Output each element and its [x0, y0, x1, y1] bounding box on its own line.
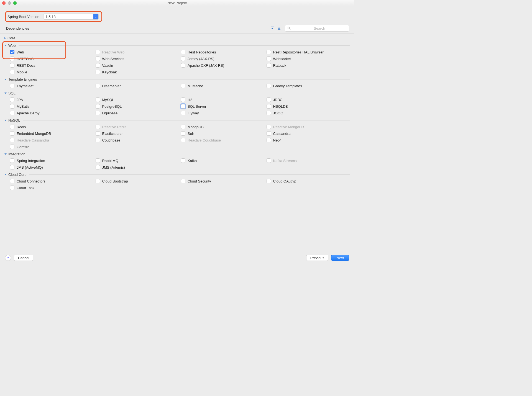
dependency-item-cloud-oauth2[interactable]: Cloud OAuth2: [267, 179, 350, 183]
dependency-item-rabbitmq[interactable]: RabbitMQ: [96, 158, 179, 163]
dependency-item-postgresql[interactable]: PostgreSQL: [96, 104, 179, 109]
checkbox-rest-repositories[interactable]: [181, 50, 185, 54]
checkbox-cloud-oauth2[interactable]: [267, 179, 271, 183]
dependency-item-freemarker[interactable]: Freemarker: [96, 84, 179, 88]
category-header-template-engines[interactable]: Template Engines: [4, 76, 350, 82]
dependency-item-gemfire[interactable]: Gemfire: [10, 145, 93, 149]
dependency-item-mustache[interactable]: Mustache: [181, 84, 264, 88]
dependency-item-mobile[interactable]: Mobile: [10, 70, 93, 74]
checkbox-mybatis[interactable]: [10, 104, 14, 109]
dependency-item-cassandra[interactable]: Cassandra: [267, 131, 350, 136]
checkbox-jersey-jax-rs[interactable]: [181, 56, 185, 61]
dependency-item-kafka[interactable]: Kafka: [181, 158, 264, 163]
dependency-item-jooq[interactable]: JOOQ: [267, 111, 350, 115]
dependency-item-vaadin[interactable]: Vaadin: [96, 63, 179, 68]
dependency-item-rest-repositories-hal-browser[interactable]: Rest Repositories HAL Browser: [267, 50, 350, 54]
checkbox-vaadin[interactable]: [96, 63, 100, 68]
category-header-core[interactable]: Core: [4, 35, 350, 41]
checkbox-jooq[interactable]: [267, 111, 271, 115]
dependency-item-mysql[interactable]: MySQL: [96, 97, 179, 102]
spring-boot-version-select[interactable]: 1.5.13: [43, 14, 99, 20]
dependency-item-embedded-mongodb[interactable]: Embedded MongoDB: [10, 131, 93, 136]
dependency-item-elasticsearch[interactable]: Elasticsearch: [96, 131, 179, 136]
previous-button[interactable]: Previous: [306, 255, 329, 261]
checkbox-keycloak[interactable]: [96, 70, 100, 74]
dependency-item-mongodb[interactable]: MongoDB: [181, 125, 264, 129]
checkbox-web-services[interactable]: [96, 56, 100, 61]
cancel-button[interactable]: Cancel: [14, 255, 33, 261]
dependency-item-keycloak[interactable]: Keycloak: [96, 70, 179, 74]
checkbox-apache-cxf-jax-rs[interactable]: [181, 63, 185, 68]
dependency-item-web[interactable]: Web: [10, 50, 93, 54]
checkbox-cloud-bootstrap[interactable]: [96, 179, 100, 183]
dependency-item-apache-derby[interactable]: Apache Derby: [10, 111, 93, 115]
checkbox-groovy-templates[interactable]: [267, 84, 271, 88]
checkbox-rest-repositories-hal-browser[interactable]: [267, 50, 271, 54]
category-header-cloud-core[interactable]: Cloud Core: [4, 172, 350, 178]
dependency-item-cloud-connectors[interactable]: Cloud Connectors: [10, 179, 93, 183]
dependency-item-cloud-security[interactable]: Cloud Security: [181, 179, 264, 183]
category-header-sql[interactable]: SQL: [4, 90, 350, 96]
checkbox-jpa[interactable]: [10, 97, 14, 102]
dependency-item-jdbc[interactable]: JDBC: [267, 97, 350, 102]
window-close-button[interactable]: [2, 1, 6, 5]
checkbox-ratpack[interactable]: [267, 63, 271, 68]
checkbox-mysql[interactable]: [96, 97, 100, 102]
dependency-item-neo4j[interactable]: Neo4j: [267, 138, 350, 142]
dependencies-scroll[interactable]: CoreWebWebReactive WebRest RepositoriesR…: [0, 33, 354, 251]
window-minimize-button[interactable]: [8, 1, 11, 5]
checkbox-redis[interactable]: [10, 125, 14, 129]
dependency-item-couchbase[interactable]: Couchbase: [96, 138, 179, 142]
checkbox-jms-activemq[interactable]: [10, 165, 14, 169]
dependency-item-liquibase[interactable]: Liquibase: [96, 111, 179, 115]
expand-all-button[interactable]: [270, 26, 275, 31]
dependency-item-rest-docs[interactable]: REST Docs: [10, 63, 93, 68]
category-header-web[interactable]: Web: [4, 43, 350, 48]
dependency-item-sql-server[interactable]: SQL Server: [181, 104, 264, 109]
dependency-item-hsqldb[interactable]: HSQLDB: [267, 104, 350, 109]
checkbox-cassandra[interactable]: [267, 131, 271, 136]
dependency-item-h2[interactable]: H2: [181, 97, 264, 102]
checkbox-cloud-security[interactable]: [181, 179, 185, 183]
category-header-nosql[interactable]: NoSQL: [4, 117, 350, 123]
checkbox-hateoas[interactable]: [10, 56, 14, 61]
checkbox-jdbc[interactable]: [267, 97, 271, 102]
dependency-item-hateoas[interactable]: HATEOAS: [10, 56, 93, 61]
checkbox-websocket[interactable]: [267, 56, 271, 61]
checkbox-elasticsearch[interactable]: [96, 131, 100, 136]
dependency-item-jersey-jax-rs[interactable]: Jersey (JAX-RS): [181, 56, 264, 61]
search-input[interactable]: [292, 26, 347, 30]
checkbox-thymeleaf[interactable]: [10, 84, 14, 88]
help-button[interactable]: ?: [5, 255, 11, 261]
checkbox-jms-artemis[interactable]: [96, 165, 100, 169]
dependency-item-apache-cxf-jax-rs[interactable]: Apache CXF (JAX-RS): [181, 63, 264, 68]
checkbox-web[interactable]: [10, 50, 14, 54]
category-header-integration[interactable]: Integration: [4, 151, 350, 157]
dependency-item-ratpack[interactable]: Ratpack: [267, 63, 350, 68]
checkbox-freemarker[interactable]: [96, 84, 100, 88]
checkbox-postgresql[interactable]: [96, 104, 100, 109]
dependency-item-rest-repositories[interactable]: Rest Repositories: [181, 50, 264, 54]
window-zoom-button[interactable]: [13, 1, 17, 5]
checkbox-spring-integration[interactable]: [10, 158, 14, 163]
collapse-all-button[interactable]: [277, 26, 282, 31]
dependency-item-spring-integration[interactable]: Spring Integration: [10, 158, 93, 163]
dependency-item-cloud-bootstrap[interactable]: Cloud Bootstrap: [96, 179, 179, 183]
checkbox-h2[interactable]: [181, 97, 185, 102]
checkbox-gemfire[interactable]: [10, 145, 14, 149]
dependency-item-websocket[interactable]: Websocket: [267, 56, 350, 61]
checkbox-flyway[interactable]: [181, 111, 185, 115]
checkbox-cloud-connectors[interactable]: [10, 179, 14, 183]
checkbox-mongodb[interactable]: [181, 125, 185, 129]
search-box[interactable]: [285, 25, 349, 32]
dependency-item-thymeleaf[interactable]: Thymeleaf: [10, 84, 93, 88]
dependency-item-jms-artemis[interactable]: JMS (Artemis): [96, 165, 179, 169]
next-button[interactable]: Next: [331, 255, 349, 261]
dependency-item-jms-activemq[interactable]: JMS (ActiveMQ): [10, 165, 93, 169]
dependency-item-cloud-task[interactable]: Cloud Task: [10, 186, 93, 190]
checkbox-embedded-mongodb[interactable]: [10, 131, 14, 136]
checkbox-sql-server[interactable]: [181, 104, 185, 109]
checkbox-hsqldb[interactable]: [267, 104, 271, 109]
dependency-item-mybatis[interactable]: MyBatis: [10, 104, 93, 109]
dependency-item-solr[interactable]: Solr: [181, 131, 264, 136]
